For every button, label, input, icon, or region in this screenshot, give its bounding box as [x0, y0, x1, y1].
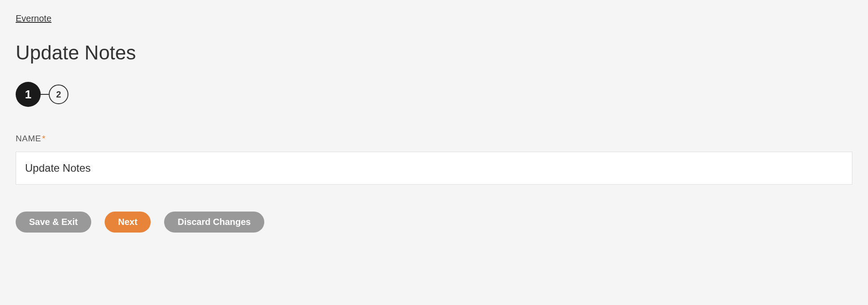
breadcrumb-link-evernote[interactable]: Evernote	[16, 13, 51, 23]
step-1[interactable]: 1	[16, 82, 41, 107]
step-2[interactable]: 2	[49, 85, 68, 104]
stepper: 1 2	[16, 82, 852, 107]
required-indicator: *	[42, 134, 46, 143]
step-connector	[41, 94, 49, 95]
save-exit-button[interactable]: Save & Exit	[16, 212, 91, 233]
form-field-name: NAME*	[16, 134, 852, 185]
discard-changes-button[interactable]: Discard Changes	[164, 212, 264, 233]
breadcrumb: Evernote	[16, 13, 852, 24]
name-label: NAME*	[16, 134, 852, 144]
name-label-text: NAME	[16, 134, 41, 143]
next-button[interactable]: Next	[105, 212, 151, 233]
name-input[interactable]	[16, 152, 852, 185]
page-title: Update Notes	[16, 42, 852, 64]
button-row: Save & Exit Next Discard Changes	[16, 212, 852, 233]
